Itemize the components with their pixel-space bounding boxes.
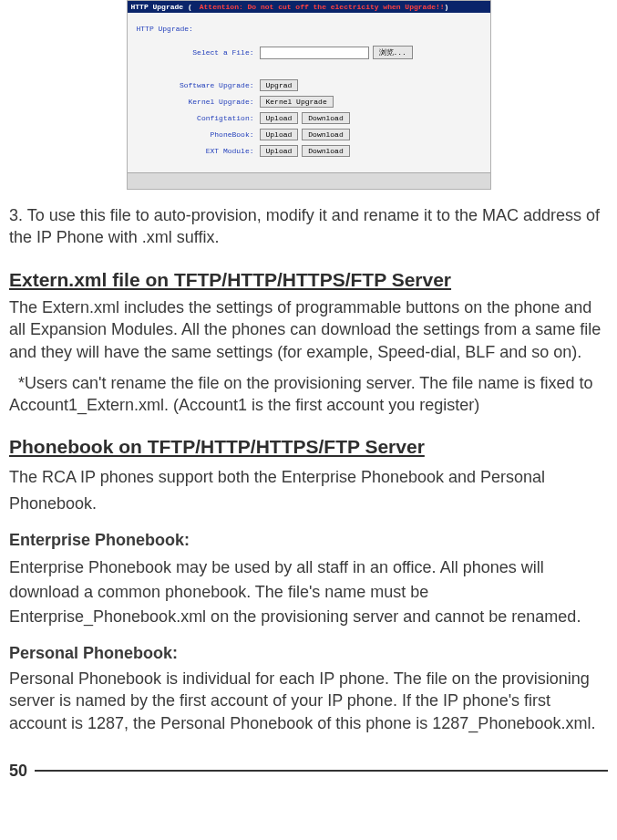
config-panel-screenshot: HTTP Upgrade (Attention: Do not cut off … (127, 0, 491, 190)
personal-paragraph: Personal Phonebook is individual for eac… (9, 668, 608, 734)
software-upgrade-label: Software Upgrade: (137, 81, 260, 89)
ext-module-label: EXT Module: (137, 147, 260, 155)
document-body: 3. To use this file to auto-provision, m… (0, 204, 617, 762)
select-file-label: Select a File: (137, 48, 260, 57)
personal-subhead: Personal Phonebook: (9, 642, 608, 664)
paren-open: ( (188, 3, 192, 11)
file-input[interactable] (260, 47, 369, 59)
status-strip (128, 172, 490, 189)
footer-rule (35, 770, 608, 772)
config-upload-button[interactable]: Upload (260, 112, 299, 124)
software-upgrade-button[interactable]: Upgrad (260, 79, 299, 91)
enterprise-paragraph: Enterprise Phonebook may be used by all … (9, 555, 608, 629)
phonebook-heading: Phonebook on TFTP/HTTP/HTTPS/FTP Server (9, 434, 608, 460)
extern-note: *Users can't rename the file on the prov… (9, 372, 608, 417)
phonebook-label: PhoneBook: (137, 130, 260, 139)
extern-paragraph: The Extern.xml includes the settings of … (9, 296, 608, 363)
enterprise-subhead: Enterprise Phonebook: (9, 529, 608, 551)
kernel-upgrade-label: Kernel Upgrade: (137, 98, 260, 106)
http-upgrade-label: HTTP Upgrade: (137, 25, 193, 33)
phonebook-upload-button[interactable]: Upload (260, 129, 299, 140)
page-number: 50 (9, 762, 27, 781)
titlebar-warning: Attention: Do not cut off the electricit… (200, 3, 445, 11)
ext-upload-button[interactable]: Upload (260, 145, 299, 157)
ext-download-button[interactable]: Download (302, 145, 349, 157)
instruction-3: 3. To use this file to auto-provision, m… (9, 204, 608, 249)
phonebook-download-button[interactable]: Download (302, 129, 349, 140)
browse-button[interactable]: 浏览... (373, 46, 413, 59)
configtation-label: Configtation: (137, 114, 260, 122)
extern-heading: Extern.xml file on TFTP/HTTP/HTTPS/FTP S… (9, 267, 608, 293)
phonebook-intro: The RCA IP phones support both the Enter… (9, 464, 608, 517)
kernel-upgrade-button[interactable]: Kernel Upgrade (260, 96, 334, 108)
panel-body: HTTP Upgrade: Select a File: 浏览... Softw… (128, 13, 490, 172)
paren-close: ) (445, 3, 449, 11)
titlebar-label: HTTP Upgrade (131, 3, 184, 11)
config-download-button[interactable]: Download (302, 112, 349, 124)
panel-titlebar: HTTP Upgrade (Attention: Do not cut off … (128, 1, 490, 13)
page-footer: 50 (0, 762, 617, 792)
